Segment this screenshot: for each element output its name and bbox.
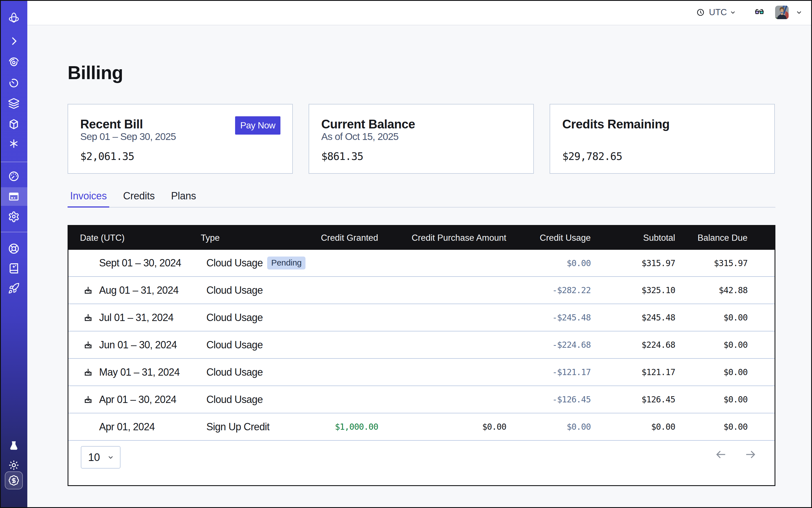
- pay-now-button[interactable]: Pay Now: [235, 116, 281, 135]
- sidebar-item-labs[interactable]: [8, 440, 20, 452]
- page-size-value: 10: [88, 452, 100, 464]
- user-menu-chevron-icon[interactable]: [796, 9, 803, 16]
- card-amount: $861.35: [321, 151, 521, 163]
- credit-usage-value: $0.00: [506, 258, 591, 268]
- sidebar-divider: [0, 162, 27, 162]
- timezone-label: UTC: [709, 7, 725, 17]
- subtotal-value: $315.97: [591, 258, 675, 268]
- tab-credits[interactable]: Credits: [121, 190, 157, 207]
- subtotal-value: $245.48: [591, 312, 675, 323]
- sidebar-item-deployments[interactable]: [8, 98, 20, 110]
- status-badge: Pending: [267, 257, 305, 269]
- credit-usage-value: -$282.22: [506, 285, 591, 295]
- previous-page-button[interactable]: [715, 448, 727, 461]
- table-row[interactable]: Jun 01 – 30, 2024 Cloud Usage -$224.68 $…: [69, 331, 775, 358]
- invoice-type: Cloud Usage: [206, 366, 263, 378]
- sidebar-item-getting-started[interactable]: [8, 283, 20, 294]
- column-header-credit-purchase-amount: Credit Purchase Amount: [378, 233, 506, 243]
- tab-plans[interactable]: Plans: [169, 190, 199, 207]
- topbar: UTC: [27, 0, 812, 25]
- sidebar-item-billing[interactable]: [8, 190, 20, 203]
- download-invoice-icon[interactable]: [83, 340, 93, 350]
- sidebar-expand-button[interactable]: [8, 35, 20, 47]
- content-shell: UTC: [27, 0, 812, 508]
- invoice-date: Sept 01 – 30, 2024: [99, 257, 181, 269]
- sidebar-item-namespaces[interactable]: [8, 56, 20, 69]
- invoice-date: Jun 01 – 30, 2024: [99, 339, 177, 351]
- table-footer: 10: [69, 440, 775, 485]
- sidebar-divider: [0, 232, 27, 232]
- table-row[interactable]: Sept 01 – 30, 2024 Cloud Usage Pending $…: [69, 250, 775, 276]
- invoice-type: Cloud Usage: [206, 312, 263, 324]
- balance-due-value: $42.88: [675, 285, 747, 295]
- card-subtitle: [562, 131, 762, 142]
- subtotal-value: $121.17: [591, 367, 675, 377]
- table-row[interactable]: Aug 01 – 31, 2024 Cloud Usage -$282.22 $…: [69, 276, 775, 304]
- timezone-picker[interactable]: UTC: [696, 7, 736, 17]
- credit-usage-value: -$245.48: [506, 312, 591, 323]
- invoice-type: Sign Up Credit: [206, 421, 269, 433]
- balance-due-value: $0.00: [675, 422, 747, 432]
- card-subtitle: As of Oct 15, 2025: [321, 131, 521, 142]
- table-row[interactable]: Jul 01 – 31, 2024 Cloud Usage -$245.48 $…: [69, 304, 775, 331]
- column-header-balance-due: Balance Due: [675, 233, 747, 243]
- table-row[interactable]: Apr 01, 2024 Sign Up Credit $1,000.00 $0…: [69, 413, 775, 440]
- table-body: Sept 01 – 30, 2024 Cloud Usage Pending $…: [69, 250, 775, 440]
- subtotal-value: $0.00: [591, 422, 675, 432]
- clock-icon: [696, 8, 704, 16]
- balance-due-value: $0.00: [675, 340, 747, 350]
- card-title: Credits Remaining: [562, 118, 762, 131]
- credit-usage-value: $0.00: [506, 422, 591, 432]
- main-content: Billing Recent Bill Sep 01 – Sep 30, 202…: [68, 25, 775, 486]
- invoice-date: Aug 01 – 31, 2024: [99, 285, 178, 296]
- invoice-date: Jul 01 – 31, 2024: [99, 312, 173, 324]
- table-row[interactable]: May 01 – 31, 2024 Cloud Usage -$121.17 $…: [69, 358, 775, 385]
- column-header-subtotal: Subtotal: [591, 233, 675, 243]
- download-invoice-icon[interactable]: [83, 286, 93, 295]
- invoice-type: Cloud Usage: [206, 257, 263, 269]
- invoice-type: Cloud Usage: [206, 394, 263, 406]
- download-invoice-icon[interactable]: [83, 368, 93, 377]
- sidebar-item-settings[interactable]: [8, 211, 20, 222]
- sidebar-item-nexus[interactable]: [8, 138, 20, 150]
- sidebar-item-support[interactable]: [8, 243, 20, 255]
- sidebar-item-pricing[interactable]: [5, 471, 23, 490]
- subtotal-value: $224.68: [591, 340, 675, 350]
- billing-tabs: Invoices Credits Plans: [68, 190, 775, 208]
- temporal-logo-icon[interactable]: [7, 12, 20, 25]
- invoice-type: Cloud Usage: [206, 339, 263, 351]
- sidebar-item-docs[interactable]: [8, 262, 20, 274]
- column-header-type: Type: [201, 233, 316, 243]
- balance-due-value: $315.97: [675, 258, 747, 268]
- credit-granted-value: $1,000.00: [316, 422, 378, 432]
- table-header: Date (UTC) Type Credit Granted Credit Pu…: [69, 226, 775, 250]
- next-page-button[interactable]: [744, 448, 757, 461]
- column-header-credit-granted: Credit Granted: [316, 233, 378, 243]
- invoices-table: Date (UTC) Type Credit Granted Credit Pu…: [68, 225, 775, 486]
- invoice-date: May 01 – 31, 2024: [99, 366, 180, 378]
- download-invoice-icon[interactable]: [83, 395, 93, 405]
- sidebar-item-workflows[interactable]: [8, 118, 20, 130]
- labs-glasses-icon[interactable]: [755, 8, 764, 17]
- column-header-credit-usage: Credit Usage: [506, 233, 591, 243]
- credit-purchase-value: $0.00: [378, 422, 506, 432]
- download-invoice-icon[interactable]: [83, 313, 93, 323]
- chevron-down-icon: [729, 9, 736, 16]
- tab-invoices[interactable]: Invoices: [68, 190, 109, 207]
- current-balance-card: Current Balance As of Oct 15, 2025 $861.…: [309, 104, 534, 174]
- column-header-date: Date (UTC): [69, 233, 201, 243]
- page-size-select[interactable]: 10: [81, 446, 121, 469]
- sidebar-item-history[interactable]: [8, 77, 20, 89]
- invoice-date: Apr 01, 2024: [99, 421, 155, 433]
- summary-cards: Recent Bill Sep 01 – Sep 30, 2025 $2,061…: [68, 104, 775, 174]
- sidebar-item-theme-toggle[interactable]: [8, 459, 20, 471]
- balance-due-value: $0.00: [675, 394, 747, 405]
- sidebar: [0, 0, 27, 508]
- avatar[interactable]: [775, 6, 788, 19]
- credit-usage-value: -$121.17: [506, 367, 591, 377]
- subtotal-value: $325.10: [591, 285, 675, 295]
- sidebar-item-usage[interactable]: [8, 170, 20, 182]
- card-title: Current Balance: [321, 118, 521, 131]
- card-amount: $29,782.65: [562, 151, 762, 163]
- table-row[interactable]: Apr 01 – 30, 2024 Cloud Usage -$126.45 $…: [69, 385, 775, 413]
